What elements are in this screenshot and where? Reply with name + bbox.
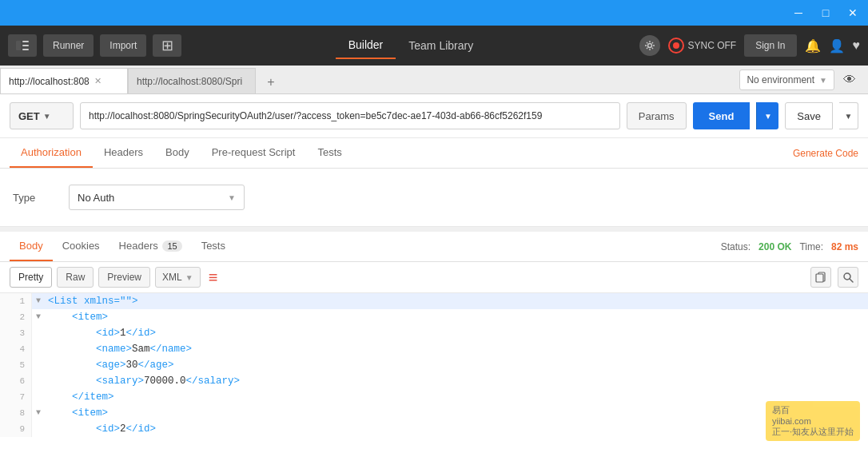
send-dropdown-button[interactable]: ▼ — [756, 102, 778, 129]
url-input[interactable] — [80, 102, 620, 129]
line-number: 5 — [0, 357, 32, 373]
line-number: 9 — [0, 421, 32, 437]
code-content: <age>30</age> — [45, 357, 174, 373]
format-selector[interactable]: XML ▼ — [155, 267, 201, 288]
line-number: 7 — [0, 389, 32, 405]
search-icon[interactable] — [838, 267, 858, 288]
eye-icon[interactable]: 👁 — [839, 70, 860, 90]
resp-headers-label: Headers — [119, 240, 158, 252]
line-number: 8 — [0, 405, 32, 421]
auth-type-row: Type No Auth ▼ — [13, 185, 855, 210]
titlebar: ─ □ ✕ — [0, 0, 868, 26]
fold-arrow[interactable]: ▼ — [32, 405, 45, 421]
status-value: 200 OK — [759, 241, 791, 252]
save-button[interactable]: Save — [785, 102, 833, 129]
fold-arrow[interactable]: ▼ — [32, 293, 45, 309]
send-dropdown-icon: ▼ — [764, 112, 772, 121]
tab-team-library[interactable]: Team Library — [396, 33, 486, 58]
tab-tests[interactable]: Tests — [306, 138, 352, 168]
add-tab-button[interactable]: + — [259, 71, 283, 93]
main-content: GET ▼ Params Send ▼ Save ▼ Authorization… — [0, 94, 868, 449]
code-content: <id>2</id> — [45, 421, 156, 437]
code-content: <id>1</id> — [45, 325, 156, 341]
resp-tab-cookies[interactable]: Cookies — [53, 232, 109, 261]
tab-body[interactable]: Body — [154, 138, 201, 168]
time-label: Time: — [799, 241, 823, 252]
raw-button[interactable]: Raw — [57, 267, 94, 288]
send-button[interactable]: Send — [693, 102, 751, 129]
settings-button[interactable] — [639, 35, 660, 56]
svg-point-4 — [648, 44, 652, 48]
auth-section: Type No Auth ▼ — [0, 169, 868, 227]
new-request-button[interactable]: ⊞ — [153, 34, 181, 57]
auth-type-select[interactable]: No Auth ▼ — [69, 185, 245, 210]
close-tab-1-icon[interactable]: ✕ — [94, 76, 102, 86]
line-number: 6 — [0, 373, 32, 389]
code-line: 9 <id>2</id> — [0, 421, 868, 437]
wrap-lines-icon[interactable]: ≡ — [209, 268, 218, 287]
url-bar: GET ▼ Params Send ▼ Save ▼ — [0, 94, 868, 138]
main-tabs: Builder Team Library — [336, 32, 487, 59]
resp-tab-body[interactable]: Body — [10, 232, 53, 261]
environment-label: No environment — [747, 74, 814, 85]
import-button[interactable]: Import — [100, 34, 146, 57]
code-line: 4 <name>Sam</name> — [0, 341, 868, 357]
save-dropdown-button[interactable]: ▼ — [839, 102, 858, 129]
line-number: 4 — [0, 341, 32, 357]
code-content: <item> — [45, 309, 108, 325]
copy-button[interactable] — [810, 267, 831, 288]
resp-tab-headers[interactable]: Headers 15 — [109, 232, 192, 261]
notifications-icon[interactable]: 🔔 — [805, 38, 821, 54]
sync-icon — [668, 38, 684, 54]
tab-authorization[interactable]: Authorization — [10, 138, 93, 168]
code-content: <List xmlns=""> — [45, 293, 138, 309]
minimize-button[interactable]: ─ — [790, 4, 807, 22]
user-icon[interactable]: 👤 — [829, 38, 845, 54]
svg-line-7 — [850, 279, 853, 282]
signin-button[interactable]: Sign In — [744, 34, 796, 57]
resp-tab-tests[interactable]: Tests — [192, 232, 235, 261]
auth-type-value: No Auth — [78, 192, 114, 204]
pretty-button[interactable]: Pretty — [10, 267, 52, 288]
maximize-button[interactable]: □ — [817, 4, 834, 22]
method-label: GET — [18, 110, 40, 122]
chevron-down-icon: ▼ — [819, 76, 827, 85]
format-dropdown-icon: ▼ — [185, 273, 193, 282]
tab-builder[interactable]: Builder — [336, 32, 396, 59]
generate-code-link[interactable]: Generate Code — [793, 148, 858, 159]
environment-section: No environment ▼ 👁 — [739, 70, 868, 93]
runner-button[interactable]: Runner — [43, 34, 94, 57]
line-number: 1 — [0, 293, 32, 309]
save-dropdown-icon: ▼ — [845, 112, 853, 121]
environment-selector[interactable]: No environment ▼ — [739, 70, 834, 90]
response-tabs-bar: Body Cookies Headers 15 Tests Status: 20… — [0, 232, 868, 262]
request-tabs-bar: http://localhost:808 ✕ http://localhost:… — [0, 66, 868, 94]
params-button[interactable]: Params — [627, 102, 687, 129]
status-label: Status: — [721, 241, 751, 252]
method-select[interactable]: GET ▼ — [10, 102, 74, 129]
code-line: 7 </item> — [0, 389, 868, 405]
code-content: <salary>70000.0</salary> — [45, 373, 240, 389]
line-number: 2 — [0, 309, 32, 325]
svg-rect-2 — [22, 45, 29, 46]
app-content: Runner Import ⊞ Builder Team Library SYN… — [0, 26, 868, 449]
svg-rect-3 — [22, 49, 29, 50]
toolbar: Runner Import ⊞ Builder Team Library SYN… — [0, 26, 868, 66]
code-viewer[interactable]: 1▼<List xmlns="">2▼ <item>3 <id>1</id>4 … — [0, 293, 868, 449]
request-tab-2[interactable]: http://localhost:8080/Spri — [128, 68, 256, 93]
response-section: Body Cookies Headers 15 Tests Status: 20… — [0, 227, 868, 449]
sync-status[interactable]: SYNC OFF — [668, 38, 736, 54]
favorites-icon[interactable]: ♥ — [853, 38, 861, 53]
sidebar-toggle-button[interactable] — [8, 34, 37, 57]
format-right-icons — [810, 267, 858, 288]
request-section-tabs: Authorization Headers Body Pre-request S… — [0, 138, 868, 169]
tab-headers[interactable]: Headers — [93, 138, 154, 168]
code-line: 1▼<List xmlns=""> — [0, 293, 868, 309]
tab-prerequest-script[interactable]: Pre-request Script — [201, 138, 307, 168]
headers-badge: 15 — [162, 240, 181, 252]
close-button[interactable]: ✕ — [844, 4, 862, 22]
fold-arrow[interactable]: ▼ — [32, 309, 45, 325]
svg-rect-5 — [816, 274, 823, 282]
request-tab-1[interactable]: http://localhost:808 ✕ — [0, 68, 128, 93]
preview-button[interactable]: Preview — [98, 267, 150, 288]
